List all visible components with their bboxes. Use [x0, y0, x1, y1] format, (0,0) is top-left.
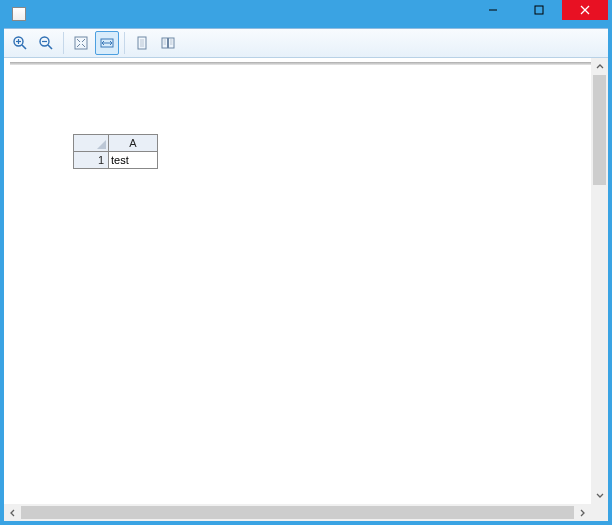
chevron-down-icon: [596, 492, 604, 500]
svg-line-13: [82, 39, 85, 42]
scroll-up-button[interactable]: [591, 58, 608, 75]
zoom-in-icon: [12, 35, 28, 51]
fit-width-button[interactable]: [95, 31, 119, 55]
table-row: 1 test: [74, 152, 158, 169]
chevron-left-icon: [9, 509, 17, 517]
vertical-scroll-thumb[interactable]: [593, 75, 606, 185]
single-page-button[interactable]: [130, 31, 154, 55]
page-viewport[interactable]: A 1 test: [10, 60, 591, 504]
scroll-down-button[interactable]: [591, 487, 608, 504]
toolbar-separator: [63, 32, 64, 54]
app-icon: [12, 7, 26, 21]
scroll-right-button[interactable]: [574, 504, 591, 521]
fit-page-button[interactable]: [69, 31, 93, 55]
zoom-in-button[interactable]: [8, 31, 32, 55]
zoom-out-icon: [38, 35, 54, 51]
client-area: A 1 test: [4, 28, 608, 521]
svg-line-12: [77, 39, 80, 42]
fit-page-icon: [73, 35, 89, 51]
toolbar: [4, 29, 608, 58]
svg-rect-11: [75, 37, 87, 49]
preview-page: A 1 test: [10, 66, 591, 502]
horizontal-scrollbar[interactable]: [4, 504, 591, 521]
window-controls: [470, 0, 608, 20]
spreadsheet-preview: A 1 test: [73, 134, 158, 169]
select-all-corner: [74, 135, 109, 152]
page-ruler: [10, 62, 591, 65]
scroll-corner: [591, 504, 608, 521]
minimize-icon: [488, 5, 498, 15]
fit-width-icon: [99, 35, 115, 51]
titlebar[interactable]: [4, 0, 608, 28]
chevron-up-icon: [596, 63, 604, 71]
svg-rect-1: [535, 6, 543, 14]
svg-line-15: [82, 44, 85, 47]
close-icon: [580, 5, 590, 15]
maximize-button[interactable]: [516, 0, 562, 20]
vertical-scrollbar[interactable]: [591, 58, 608, 504]
maximize-icon: [534, 5, 544, 15]
svg-line-9: [48, 45, 52, 49]
facing-pages-icon: [160, 35, 176, 51]
preview-area: A 1 test: [4, 58, 608, 521]
chevron-right-icon: [579, 509, 587, 517]
column-header: A: [109, 135, 158, 152]
facing-pages-button[interactable]: [156, 31, 180, 55]
close-button[interactable]: [562, 0, 608, 20]
svg-rect-18: [138, 37, 146, 49]
svg-line-5: [22, 45, 26, 49]
horizontal-scroll-thumb[interactable]: [21, 506, 574, 519]
scroll-left-button[interactable]: [4, 504, 21, 521]
row-header: 1: [74, 152, 109, 169]
toolbar-separator: [124, 32, 125, 54]
app-window: A 1 test: [4, 0, 608, 521]
cell: test: [109, 152, 158, 169]
header-row: A: [74, 135, 158, 152]
svg-line-14: [77, 44, 80, 47]
minimize-button[interactable]: [470, 0, 516, 20]
single-page-icon: [134, 35, 150, 51]
zoom-out-button[interactable]: [34, 31, 58, 55]
